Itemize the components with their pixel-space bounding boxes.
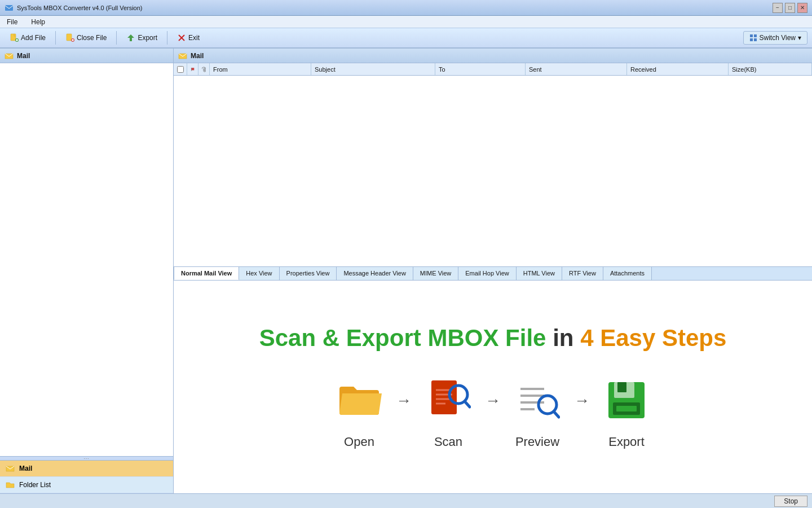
step-open-label: Open: [344, 435, 374, 449]
step-preview-label: Preview: [515, 435, 559, 449]
step-scan: Scan: [423, 375, 474, 449]
title-in: in: [553, 325, 580, 351]
left-panel: Mail ⋯ Mail Folder List: [0, 49, 174, 493]
tab-hex-view[interactable]: Hex View: [239, 267, 279, 280]
toolbar-separator-2: [116, 31, 117, 45]
tab-properties-view[interactable]: Properties View: [280, 267, 337, 280]
svg-rect-18: [431, 380, 457, 414]
tab-message-header-view[interactable]: Message Header View: [337, 267, 413, 280]
tab-bar: Normal Mail View Hex View Properties Vie…: [174, 266, 812, 281]
col-header-flag: [187, 63, 198, 75]
attachment-icon: [202, 67, 206, 72]
toolbar: Add File Close File Export Exit: [0, 28, 812, 49]
export-label: Export: [138, 34, 157, 42]
step-export: Export: [601, 375, 652, 449]
arrow-1: →: [396, 392, 412, 410]
tab-email-hop-view[interactable]: Email Hop View: [458, 267, 516, 280]
col-header-sent[interactable]: Sent: [526, 63, 627, 75]
svg-rect-16: [191, 68, 194, 70]
step-open: Open: [334, 375, 385, 449]
svg-rect-1: [11, 34, 16, 41]
nav-mail-label: Mail: [19, 465, 32, 472]
svg-rect-0: [5, 5, 13, 11]
email-list-body: [174, 76, 812, 266]
status-bar: Stop: [0, 493, 812, 508]
col-header-subject[interactable]: Subject: [311, 63, 435, 75]
app-icon: [5, 3, 14, 12]
welcome-content: Scan & Export MBOX File in 4 Easy Steps …: [185, 324, 801, 449]
menu-help[interactable]: Help: [29, 17, 47, 27]
col-header-to[interactable]: To: [435, 63, 526, 75]
switch-view-arrow: ▾: [798, 34, 801, 42]
export-step-icon: [601, 375, 652, 426]
svg-rect-12: [750, 34, 753, 37]
title-bar-controls: − □ ✕: [773, 3, 807, 13]
exit-button[interactable]: Exit: [172, 30, 205, 45]
svg-rect-33: [617, 382, 626, 392]
right-panel-title: Mail: [191, 52, 204, 60]
title-mbox: MBOX File: [427, 325, 553, 351]
tab-mime-view[interactable]: MIME View: [413, 267, 458, 280]
title-bar-left: SysTools MBOX Converter v4.0 (Full Versi…: [5, 3, 143, 12]
export-button[interactable]: Export: [121, 30, 162, 45]
add-file-label: Add File: [21, 34, 46, 42]
tab-attachments[interactable]: Attachments: [603, 267, 652, 280]
welcome-steps: Open →: [185, 375, 801, 449]
col-header-size[interactable]: Size(KB): [729, 63, 812, 75]
nav-folder-list[interactable]: Folder List: [0, 477, 173, 493]
svg-rect-15: [754, 38, 757, 41]
preview-panel: Scan & Export MBOX File in 4 Easy Steps …: [174, 281, 812, 494]
resize-handle[interactable]: ⋯: [0, 456, 173, 461]
tab-normal-mail-view[interactable]: Normal Mail View: [174, 267, 239, 280]
step-export-label: Export: [608, 435, 645, 449]
toolbar-separator-3: [167, 31, 167, 45]
left-panel-header: Mail: [0, 49, 173, 63]
arrow-2: →: [485, 392, 501, 410]
svg-line-24: [465, 401, 470, 407]
main-container: Mail ⋯ Mail Folder List: [0, 49, 812, 493]
menu-file[interactable]: File: [5, 17, 20, 27]
toolbar-separator-1: [55, 31, 56, 45]
preview-icon: [512, 375, 563, 426]
email-list-header: From Subject To Sent Received Size(KB): [174, 63, 812, 76]
col-header-from[interactable]: From: [210, 63, 311, 75]
close-file-icon: [65, 33, 74, 42]
title-scan: Scan & Export: [259, 325, 428, 351]
left-panel-bottom: Mail Folder List: [0, 461, 173, 493]
switch-view-label: Switch View: [760, 34, 796, 42]
svg-rect-13: [754, 34, 757, 37]
tab-rtf-view[interactable]: RTF View: [562, 267, 603, 280]
col-header-received[interactable]: Received: [627, 63, 729, 75]
menu-bar: File Help: [0, 16, 812, 28]
close-file-button[interactable]: Close File: [60, 30, 112, 45]
mail-icon: [6, 464, 15, 473]
tab-html-view[interactable]: HTML View: [517, 267, 562, 280]
nav-mail[interactable]: Mail: [0, 461, 173, 477]
switch-view-button[interactable]: Switch View ▾: [743, 31, 807, 45]
close-button[interactable]: ✕: [797, 3, 807, 13]
close-file-label: Close File: [77, 34, 107, 42]
right-panel: Mail From Subject To Sent Received: [174, 49, 812, 493]
col-header-check: [174, 63, 187, 75]
svg-rect-14: [750, 38, 753, 41]
left-panel-content: [0, 63, 173, 456]
switch-view-icon: [749, 34, 757, 42]
maximize-button[interactable]: □: [785, 3, 795, 13]
toolbar-right: Switch View ▾: [743, 31, 807, 45]
app-title: SysTools MBOX Converter v4.0 (Full Versi…: [17, 5, 143, 11]
step-scan-label: Scan: [434, 435, 462, 449]
minimize-button[interactable]: −: [773, 3, 783, 13]
folder-icon: [6, 480, 15, 489]
mail-header-icon: [178, 51, 187, 60]
mail-folder-icon: [5, 51, 14, 60]
stop-button[interactable]: Stop: [774, 496, 807, 507]
exit-icon: [177, 33, 186, 42]
export-icon: [126, 33, 135, 42]
svg-rect-35: [616, 406, 637, 411]
arrow-3: →: [574, 392, 590, 410]
select-all-checkbox[interactable]: [177, 66, 184, 73]
welcome-title: Scan & Export MBOX File in 4 Easy Steps: [185, 324, 801, 352]
title-bar: SysTools MBOX Converter v4.0 (Full Versi…: [0, 0, 812, 16]
add-file-button[interactable]: Add File: [5, 30, 51, 45]
open-icon: [334, 375, 385, 426]
